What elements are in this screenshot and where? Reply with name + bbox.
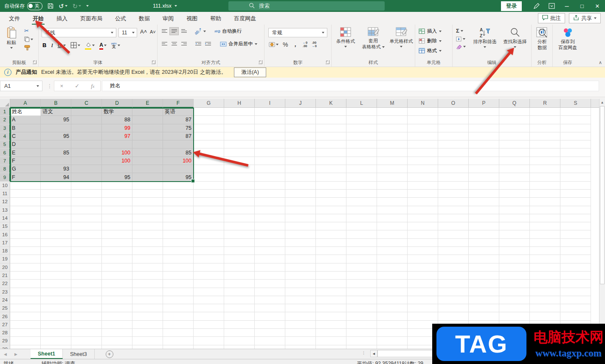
- cell-L29[interactable]: [346, 337, 377, 345]
- cell-A1[interactable]: 姓名: [10, 108, 41, 116]
- cell-P4[interactable]: [469, 132, 499, 140]
- cell-H1[interactable]: [224, 108, 255, 116]
- cell-K11[interactable]: [316, 190, 346, 198]
- cell-B19[interactable]: [41, 255, 71, 263]
- cell-L2[interactable]: [346, 116, 377, 124]
- search-box[interactable]: 搜索: [228, 1, 385, 11]
- cell-O20[interactable]: [438, 263, 469, 272]
- cell-F30[interactable]: [163, 345, 194, 349]
- cell-J19[interactable]: [285, 255, 316, 263]
- name-box-resize-handle[interactable]: ⋮: [47, 83, 52, 89]
- cell-R17[interactable]: [530, 239, 560, 247]
- cell-S18[interactable]: [560, 247, 591, 255]
- cell-I10[interactable]: [255, 182, 285, 190]
- cell-P14[interactable]: [469, 214, 499, 222]
- row-header-15[interactable]: 15: [0, 222, 10, 230]
- cell-D16[interactable]: [102, 230, 132, 238]
- row-header-6[interactable]: 6: [0, 148, 10, 157]
- cell-I22[interactable]: [255, 280, 285, 288]
- decrease-decimal-button[interactable]: .00→0: [312, 41, 317, 48]
- cell-G10[interactable]: [194, 182, 224, 190]
- column-header-K[interactable]: K: [316, 99, 346, 108]
- cell-N25[interactable]: [408, 304, 438, 312]
- cell-P24[interactable]: [469, 296, 499, 304]
- cell-A10[interactable]: [10, 182, 41, 190]
- cell-Q21[interactable]: [499, 272, 530, 280]
- cell-F29[interactable]: [163, 337, 194, 345]
- cell-B10[interactable]: [41, 182, 71, 190]
- cell-N10[interactable]: [408, 182, 438, 190]
- vertical-scroll-thumb[interactable]: [600, 106, 605, 284]
- cell-B8[interactable]: 93: [41, 165, 71, 173]
- cell-M8[interactable]: [377, 165, 408, 173]
- cell-E29[interactable]: [132, 337, 163, 345]
- cell-O13[interactable]: [438, 206, 469, 214]
- cell-S10[interactable]: [560, 182, 591, 190]
- cell-G17[interactable]: [194, 239, 224, 247]
- cell-H30[interactable]: [224, 345, 255, 349]
- cell-R8[interactable]: [530, 165, 560, 173]
- cell-E12[interactable]: [132, 198, 163, 206]
- cell-S5[interactable]: [560, 140, 591, 148]
- cell-K18[interactable]: [316, 247, 346, 255]
- cell-S8[interactable]: [560, 165, 591, 173]
- tab-插入[interactable]: 插入: [50, 12, 74, 25]
- row-header-23[interactable]: 23: [0, 288, 10, 296]
- row-header-7[interactable]: 7: [0, 157, 10, 165]
- row-header-19[interactable]: 19: [0, 255, 10, 263]
- cell-D17[interactable]: [102, 239, 132, 247]
- cell-C5[interactable]: [71, 140, 102, 148]
- cell-M10[interactable]: [377, 182, 408, 190]
- cell-R16[interactable]: [530, 230, 560, 238]
- cell-I13[interactable]: [255, 206, 285, 214]
- cell-K9[interactable]: [316, 173, 346, 181]
- cell-Q25[interactable]: [499, 304, 530, 312]
- cell-L12[interactable]: [346, 198, 377, 206]
- cell-L4[interactable]: [346, 132, 377, 140]
- cell-E23[interactable]: [132, 288, 163, 296]
- format-as-table-button[interactable]: 套用 表格格式: [360, 27, 387, 50]
- cell-G5[interactable]: [194, 140, 224, 148]
- row-header-14[interactable]: 14: [0, 214, 10, 222]
- cell-O5[interactable]: [438, 140, 469, 148]
- cell-S15[interactable]: [560, 222, 591, 230]
- cell-I7[interactable]: [255, 157, 285, 165]
- cell-A13[interactable]: [10, 206, 41, 214]
- row-header-5[interactable]: 5: [0, 140, 10, 148]
- cell-P26[interactable]: [469, 312, 499, 320]
- cell-A19[interactable]: [10, 255, 41, 263]
- cell-K25[interactable]: [316, 304, 346, 312]
- row-header-28[interactable]: 28: [0, 329, 10, 337]
- cell-R7[interactable]: [530, 157, 560, 165]
- cell-G1[interactable]: [194, 108, 224, 116]
- cell-C6[interactable]: [71, 148, 102, 157]
- cell-A28[interactable]: [10, 329, 41, 337]
- cell-F17[interactable]: [163, 239, 194, 247]
- cell-M13[interactable]: [377, 206, 408, 214]
- cell-F16[interactable]: [163, 230, 194, 238]
- document-title[interactable]: 111.xlsx: [153, 0, 177, 12]
- cell-S13[interactable]: [560, 206, 591, 214]
- cell-B5[interactable]: [41, 140, 71, 148]
- cell-J2[interactable]: [285, 116, 316, 124]
- cell-D7[interactable]: 100: [102, 157, 132, 165]
- cell-R4[interactable]: [530, 132, 560, 140]
- cell-S12[interactable]: [560, 198, 591, 206]
- cell-S22[interactable]: [560, 280, 591, 288]
- cell-M26[interactable]: [377, 312, 408, 320]
- row-header-21[interactable]: 21: [0, 272, 10, 280]
- align-top-icon[interactable]: [160, 28, 169, 35]
- cell-K26[interactable]: [316, 312, 346, 320]
- row-header-29[interactable]: 29: [0, 337, 10, 345]
- cell-I23[interactable]: [255, 288, 285, 296]
- cell-Q13[interactable]: [499, 206, 530, 214]
- cell-J30[interactable]: [285, 345, 316, 349]
- cell-A17[interactable]: [10, 239, 41, 247]
- cell-N2[interactable]: [408, 116, 438, 124]
- cell-S23[interactable]: [560, 288, 591, 296]
- cell-O19[interactable]: [438, 255, 469, 263]
- cell-P7[interactable]: [469, 157, 499, 165]
- cell-J13[interactable]: [285, 206, 316, 214]
- cell-I29[interactable]: [255, 337, 285, 345]
- cell-Q9[interactable]: [499, 173, 530, 181]
